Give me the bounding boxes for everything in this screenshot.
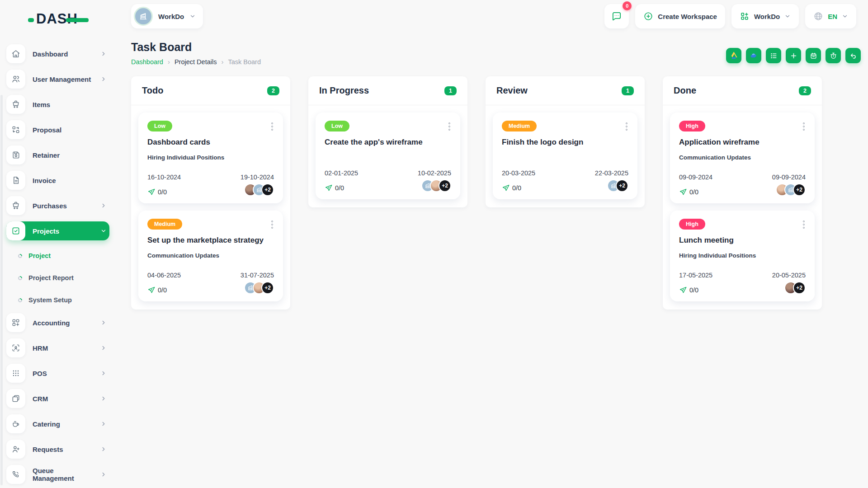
sidebar-item-requests[interactable]: Requests xyxy=(6,440,109,459)
sidebar-item-user-management[interactable]: User Management xyxy=(6,70,109,89)
sidebar-item-label: Purchases xyxy=(33,202,93,210)
onedrive-icon xyxy=(750,52,758,60)
sidebar-item-invoice[interactable]: Invoice xyxy=(6,171,109,190)
task-milestone: Hiring Individual Positions xyxy=(679,252,806,259)
chevron-right-icon xyxy=(100,319,107,326)
sidebar-nav: Dashboard User Management Items Proposal xyxy=(0,44,117,484)
card-menu-button[interactable] xyxy=(270,219,274,230)
breadcrumb-current: Task Board xyxy=(228,58,261,66)
apps-menu-button[interactable]: WorkDo xyxy=(731,4,799,28)
bullet-icon xyxy=(17,275,23,281)
card-menu-button[interactable] xyxy=(270,121,274,132)
calendar-button[interactable] xyxy=(806,48,821,63)
card-menu-button[interactable] xyxy=(625,121,628,132)
task-card[interactable]: High Application wireframe Communication… xyxy=(670,113,815,203)
task-title: Finish the logo design xyxy=(502,138,628,147)
breadcrumb: Dashboard › Project Details › Task Board xyxy=(131,58,261,66)
sidebar-item-label: POS xyxy=(33,370,93,377)
sidebar-item-catering[interactable]: Catering xyxy=(6,414,109,433)
globe-icon xyxy=(813,11,823,21)
column-title: Todo xyxy=(142,85,163,96)
timer-button[interactable] xyxy=(826,48,841,63)
end-date: 20-05-2025 xyxy=(772,272,806,279)
cart-icon xyxy=(6,196,25,215)
submenu-item-system-setup[interactable]: System Setup xyxy=(18,291,109,309)
column-title: Review xyxy=(496,85,528,96)
column-header: Done 2 xyxy=(663,76,822,105)
chat-icon xyxy=(611,10,623,22)
check-square-icon xyxy=(6,221,25,240)
plus-circle-icon xyxy=(643,11,653,21)
sidebar-item-label: HRM xyxy=(33,344,93,352)
sidebar-item-label: Retainer xyxy=(33,151,109,159)
sidebar-item-label: Queue Management xyxy=(33,467,93,482)
app-logo[interactable]: DASH xyxy=(0,6,117,32)
more-assignees-badge: +2 xyxy=(616,179,628,192)
column-header: Todo 2 xyxy=(131,76,290,105)
sidebar-item-accounting[interactable]: Accounting xyxy=(6,313,109,332)
create-workspace-button[interactable]: Create Workspace xyxy=(635,4,725,28)
sidebar-item-items[interactable]: Items xyxy=(6,95,109,114)
more-assignees-badge: +2 xyxy=(793,282,806,294)
chevron-down-icon xyxy=(100,228,107,234)
card-menu-button[interactable] xyxy=(802,121,806,132)
sidebar-item-label: User Management xyxy=(33,75,93,83)
sidebar-item-purchases[interactable]: Purchases xyxy=(6,196,109,215)
column-review: Review 1 Medium Finish the logo design 2… xyxy=(486,76,645,207)
sidebar-item-crm[interactable]: CRM xyxy=(6,389,109,408)
chevron-right-icon xyxy=(100,76,107,82)
card-menu-button[interactable] xyxy=(448,121,451,132)
subtask-progress: 0/0 xyxy=(147,188,167,196)
sidebar-item-retainer[interactable]: Retainer xyxy=(6,145,109,164)
column-body: Medium Finish the logo design 20-03-2025… xyxy=(486,105,645,207)
list-view-button[interactable] xyxy=(766,48,781,63)
workspace-selector[interactable]: WorkDo xyxy=(131,4,203,28)
start-date: 04-06-2025 xyxy=(147,272,181,279)
language-selector[interactable]: EN xyxy=(805,4,856,28)
task-card[interactable]: Low Dashboard cards Hiring Individual Po… xyxy=(138,113,283,203)
column-body: Low Dashboard cards Hiring Individual Po… xyxy=(131,105,290,310)
sidebar-item-pos[interactable]: POS xyxy=(6,364,109,383)
task-card[interactable]: High Lunch meeting Hiring Individual Pos… xyxy=(670,211,815,301)
submenu-item-project-report[interactable]: Project Report xyxy=(18,269,109,287)
task-card[interactable]: Medium Finish the logo design 20-03-2025… xyxy=(493,113,637,199)
breadcrumb-dashboard-link[interactable]: Dashboard xyxy=(131,58,163,66)
user-scan-icon xyxy=(6,338,25,357)
send-icon xyxy=(679,188,687,196)
chevron-right-icon xyxy=(100,370,107,376)
sidebar-item-proposal[interactable]: Proposal xyxy=(6,120,109,139)
sidebar-item-dashboard[interactable]: Dashboard xyxy=(6,44,109,63)
sidebar-item-hrm[interactable]: HRM xyxy=(6,338,109,357)
end-date: 09-09-2024 xyxy=(772,174,806,181)
back-button[interactable] xyxy=(845,48,861,63)
workspace-avatar-building-icon xyxy=(134,7,153,26)
column-count-badge: 2 xyxy=(267,86,279,95)
topbar-right-group: 0 Create Workspace WorkDo EN xyxy=(604,4,856,28)
sidebar-item-label: Invoice xyxy=(33,177,109,184)
submenu-item-project[interactable]: Project xyxy=(18,247,109,265)
board-actions xyxy=(726,48,861,63)
add-task-button[interactable] xyxy=(786,48,801,63)
coffee-icon xyxy=(6,414,25,433)
sidebar: DASH Dashboard User Management Items xyxy=(0,0,117,488)
page-head: Task Board Dashboard › Project Details ›… xyxy=(131,41,862,66)
sidebar-scrollbar[interactable] xyxy=(0,95,3,485)
task-card[interactable]: Medium Set up the marketplace strategy C… xyxy=(138,211,283,301)
task-title: Set up the marketplace strategy xyxy=(147,236,274,245)
messages-button[interactable]: 0 xyxy=(604,4,629,28)
sidebar-item-queue-management[interactable]: Queue Management xyxy=(6,465,109,484)
breadcrumb-project-details-link[interactable]: Project Details xyxy=(175,58,217,66)
card-menu-button[interactable] xyxy=(802,219,806,230)
breadcrumb-separator: › xyxy=(168,58,170,66)
onedrive-button[interactable] xyxy=(746,48,761,63)
chevron-right-icon xyxy=(100,446,107,452)
task-card[interactable]: Low Create the app's wireframe 02-01-202… xyxy=(316,113,460,199)
sidebar-item-projects[interactable]: Projects xyxy=(6,221,109,240)
sidebar-item-label: Dashboard xyxy=(33,50,93,58)
google-drive-button[interactable] xyxy=(726,48,741,63)
sidebar-item-label: Projects xyxy=(33,227,93,235)
chevron-right-icon xyxy=(100,471,107,478)
priority-badge: High xyxy=(679,219,705,230)
language-code: EN xyxy=(828,13,837,20)
priority-badge: Medium xyxy=(502,121,537,131)
